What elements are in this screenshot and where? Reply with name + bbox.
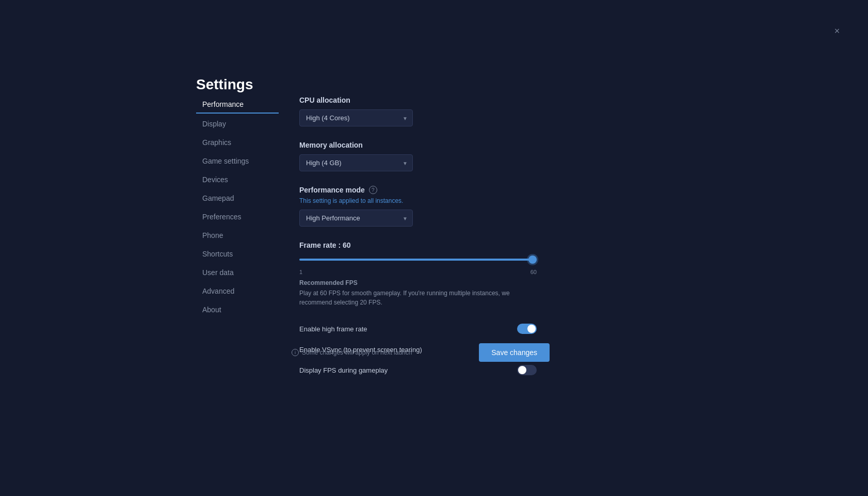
sidebar-item-user-data[interactable]: User data <box>196 264 279 281</box>
toggle-label-high-frame-rate: Enable high frame rate <box>299 325 367 333</box>
slider-max-label: 60 <box>531 269 537 275</box>
sidebar-item-graphics[interactable]: Graphics <box>196 134 279 151</box>
toggle-label-display-fps: Display FPS during gameplay <box>299 366 388 374</box>
cpu-allocation-group: CPU allocation High (4 Cores) ▼ <box>299 96 599 126</box>
sidebar-item-performance[interactable]: Performance <box>196 96 279 114</box>
frame-rate-slider[interactable] <box>299 259 537 261</box>
slider-container <box>299 253 537 263</box>
footer-note: i Some changes will apply on next launch <box>292 349 412 356</box>
toggle-row-high-frame-rate: Enable high frame rate <box>299 322 537 336</box>
performance-mode-label: Performance mode <box>299 186 365 194</box>
toggle-high-frame-rate[interactable] <box>517 324 537 334</box>
sidebar-item-devices[interactable]: Devices <box>196 171 279 188</box>
footer-note-text: Some changes will apply on next launch <box>302 349 412 356</box>
sidebar-item-display[interactable]: Display <box>196 116 279 132</box>
memory-allocation-group: Memory allocation High (4 GB) ▼ <box>299 141 599 171</box>
frame-rate-section: Frame rate : 60 1 60 Recommended FPS Pla… <box>299 241 599 307</box>
sidebar-item-gamepad[interactable]: Gamepad <box>196 190 279 206</box>
settings-container: Performance Display Graphics Game settin… <box>196 67 599 377</box>
sidebar-item-preferences[interactable]: Preferences <box>196 209 279 225</box>
sidebar-item-game-settings[interactable]: Game settings <box>196 153 279 169</box>
memory-allocation-wrapper: High (4 GB) ▼ <box>299 154 413 171</box>
fps-note-text: Play at 60 FPS for smooth gameplay. If y… <box>299 289 526 307</box>
frame-rate-label: Frame rate : 60 <box>299 241 599 249</box>
save-button[interactable]: Save changes <box>479 343 550 362</box>
toggle-knob-high-frame-rate <box>527 325 536 333</box>
info-icon: i <box>292 349 299 356</box>
performance-mode-hint: This setting is applied to all instances… <box>299 197 599 204</box>
toggle-knob-display-fps <box>518 366 526 374</box>
sidebar-item-advanced[interactable]: Advanced <box>196 283 279 299</box>
fps-note-title: Recommended FPS <box>299 279 599 286</box>
cpu-allocation-label: CPU allocation <box>299 96 599 104</box>
cpu-allocation-wrapper: High (4 Cores) ▼ <box>299 109 413 126</box>
memory-allocation-label: Memory allocation <box>299 141 599 149</box>
memory-allocation-select[interactable]: High (4 GB) <box>299 154 413 171</box>
toggle-display-fps[interactable] <box>517 365 537 375</box>
footer-bar: i Some changes will apply on next launch… <box>292 343 550 362</box>
performance-mode-help-icon[interactable]: ? <box>369 186 377 194</box>
main-content: CPU allocation High (4 Cores) ▼ Memory a… <box>299 96 599 377</box>
performance-mode-wrapper: High Performance ▼ <box>299 210 413 227</box>
cpu-allocation-select[interactable]: High (4 Cores) <box>299 109 413 126</box>
sidebar: Performance Display Graphics Game settin… <box>196 96 279 377</box>
sidebar-item-shortcuts[interactable]: Shortcuts <box>196 246 279 262</box>
close-button[interactable]: × <box>831 25 843 37</box>
slider-min-label: 1 <box>299 269 302 275</box>
toggle-row-display-fps: Display FPS during gameplay <box>299 363 537 377</box>
fps-note: Recommended FPS Play at 60 FPS for smoot… <box>299 279 599 307</box>
performance-mode-label-row: Performance mode ? <box>299 186 599 194</box>
sidebar-item-phone[interactable]: Phone <box>196 227 279 244</box>
slider-range-labels: 1 60 <box>299 269 537 275</box>
performance-mode-group: Performance mode ? This setting is appli… <box>299 186 599 227</box>
performance-mode-select[interactable]: High Performance <box>299 210 413 227</box>
sidebar-item-about[interactable]: About <box>196 301 279 318</box>
